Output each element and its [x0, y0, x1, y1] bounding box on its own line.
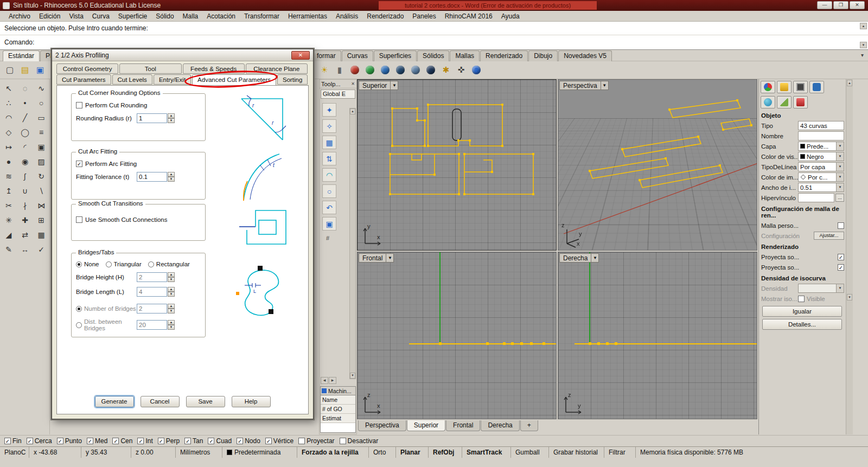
- spinner-down-icon[interactable]: ▼: [168, 325, 175, 330]
- detalles-button[interactable]: Detalles...: [762, 319, 842, 330]
- render-sphere-icon[interactable]: [363, 63, 377, 77]
- osnap-checkbox[interactable]: [137, 438, 144, 444]
- perform-cut-rounding-checkbox[interactable]: [76, 102, 82, 108]
- menu-item[interactable]: Acotación: [202, 11, 240, 21]
- point-tool-icon[interactable]: •: [17, 95, 33, 110]
- lock-icon[interactable]: ▮: [333, 63, 347, 77]
- shaded-sphere-icon[interactable]: [378, 63, 392, 77]
- select-tool-icon[interactable]: ↖: [1, 81, 17, 95]
- dimension-tool-icon[interactable]: ↔: [17, 242, 33, 257]
- dialog-tab[interactable]: Clearance Plane: [246, 63, 308, 74]
- spinner-down-icon[interactable]: ▼: [168, 292, 175, 297]
- osnap-checkbox[interactable]: [184, 438, 191, 444]
- circle-tool-icon[interactable]: ○: [33, 95, 49, 110]
- copy-tool-icon[interactable]: ⊞: [33, 213, 49, 227]
- lightbulb-icon[interactable]: ☀: [317, 63, 331, 77]
- open-file-icon[interactable]: ▤: [18, 63, 32, 77]
- split-tool-icon[interactable]: ∤: [17, 198, 33, 213]
- viewport-title[interactable]: Frontal: [359, 253, 386, 263]
- spinner-up-icon[interactable]: ▲: [168, 304, 175, 309]
- save-icon[interactable]: ▣: [33, 63, 47, 77]
- sphere-tool-icon[interactable]: ●: [1, 154, 17, 169]
- dialog-tab[interactable]: Entry/Exit: [154, 74, 191, 85]
- edit-point-tool-icon[interactable]: ✎: [1, 242, 17, 257]
- scroll-right-icon[interactable]: ▶: [329, 377, 336, 384]
- curve-machining-icon[interactable]: ◠: [322, 168, 336, 182]
- bridge-type-radio[interactable]: Rectangular: [148, 261, 190, 267]
- gear-plus-icon[interactable]: ✱: [439, 63, 453, 77]
- toolbar-tab[interactable]: Sólidos: [417, 50, 449, 61]
- ellipsis-button[interactable]: ...: [835, 194, 844, 202]
- spinner-up-icon[interactable]: ▲: [168, 287, 175, 292]
- osnap-checkbox[interactable]: [237, 438, 243, 444]
- number-of-bridges-input[interactable]: 2: [137, 304, 167, 314]
- color-dropdown[interactable]: Negro▼: [798, 152, 844, 161]
- status-segment[interactable]: PlanoC: [0, 447, 29, 458]
- viewport-title[interactable]: Superior: [359, 81, 391, 90]
- status-segment[interactable]: Filtrar: [604, 447, 636, 458]
- viewport-tab[interactable]: Superior: [407, 420, 445, 431]
- status-segment[interactable]: Planar: [396, 447, 429, 458]
- tab-overflow-icon[interactable]: ▾: [861, 52, 864, 58]
- scroll-up-icon[interactable]: ▲: [860, 23, 867, 29]
- spinner-up-icon[interactable]: ▲: [168, 320, 175, 325]
- trim-tool-icon[interactable]: ✂: [1, 198, 17, 213]
- status-segment[interactable]: x -43.68: [29, 447, 81, 458]
- ellipse-tool-icon[interactable]: ◯: [17, 125, 33, 139]
- xray-sphere-icon[interactable]: [409, 63, 423, 77]
- help-icon[interactable]: ?: [469, 63, 483, 77]
- polygon-tool-icon[interactable]: ◇: [1, 125, 17, 139]
- control-point-curve-tool-icon[interactable]: ∿: [33, 81, 49, 95]
- wireframe-sphere-icon[interactable]: [424, 63, 438, 77]
- dropdown-icon[interactable]: ▼: [836, 152, 844, 161]
- close-button[interactable]: ✕: [291, 51, 310, 60]
- minimize-button[interactable]: —: [817, 1, 832, 9]
- chevron-down-icon[interactable]: ▼: [391, 81, 398, 90]
- lasso-select-tool-icon[interactable]: ◌: [17, 81, 33, 95]
- explode-tool-icon[interactable]: ✳: [1, 213, 17, 227]
- hyperlink-input[interactable]: [798, 193, 834, 202]
- status-segment[interactable]: y 35.43: [81, 447, 131, 458]
- levels-icon[interactable]: ⇅: [322, 152, 336, 165]
- menu-item[interactable]: Paneles: [408, 11, 440, 21]
- bridge-height-input[interactable]: 2: [137, 272, 167, 282]
- global-edit-tab[interactable]: Global E: [321, 89, 355, 99]
- radio-icon[interactable]: [76, 261, 82, 267]
- bridge-type-radio[interactable]: Triangular: [106, 261, 142, 267]
- nombre-input[interactable]: [798, 131, 844, 140]
- toolbar-tab[interactable]: Curvas: [342, 50, 373, 61]
- extend-tool-icon[interactable]: ↦: [1, 139, 17, 154]
- menu-item[interactable]: Ayuda: [497, 11, 524, 21]
- menu-item[interactable]: Edición: [35, 11, 65, 21]
- spinner-down-icon[interactable]: ▼: [168, 309, 175, 314]
- ghosted-sphere-icon[interactable]: [393, 63, 407, 77]
- status-segment[interactable]: Predeterminada: [222, 447, 297, 458]
- radio-icon[interactable]: [106, 261, 112, 267]
- dist-between-bridges-input[interactable]: 20: [137, 320, 167, 330]
- dialog-tab[interactable]: Sorting: [277, 74, 308, 85]
- viewport-frontal[interactable]: Frontal ▼ z x: [357, 252, 557, 419]
- dropdown-icon[interactable]: ▼: [836, 142, 844, 150]
- osnap-checkbox[interactable]: [87, 438, 93, 444]
- box-tool-icon[interactable]: ▣: [33, 139, 49, 154]
- number-of-bridges-radio[interactable]: [76, 306, 82, 312]
- bridge-length-input[interactable]: 4: [137, 287, 167, 297]
- loft-tool-icon[interactable]: ≋: [1, 169, 17, 183]
- revolve-tool-icon[interactable]: ↻: [33, 169, 49, 183]
- sweep-tool-icon[interactable]: ∫: [17, 169, 33, 183]
- join-tool-icon[interactable]: ⋈: [33, 198, 49, 213]
- smooth-connections-checkbox[interactable]: [76, 216, 82, 223]
- status-segment[interactable]: Memoria física disponible: 5776 MB: [636, 447, 868, 458]
- machining-column-header[interactable]: # of GO: [321, 405, 355, 414]
- surface-tool-icon[interactable]: ▨: [33, 154, 49, 169]
- panel-scrollbar[interactable]: ▲ ▼: [846, 79, 853, 434]
- dropdown-icon[interactable]: ▼: [836, 173, 844, 181]
- spinner-up-icon[interactable]: ▲: [168, 172, 175, 177]
- extrude-tool-icon[interactable]: ↥: [1, 183, 17, 198]
- stock-grid-icon[interactable]: ▦: [322, 136, 336, 149]
- visible-checkbox[interactable]: [798, 296, 805, 302]
- bridge-type-radio[interactable]: None: [76, 261, 99, 267]
- status-segment[interactable]: z 0.00: [131, 447, 176, 458]
- menu-item[interactable]: Superficie: [114, 11, 151, 21]
- arc-tool-icon[interactable]: ◠: [1, 110, 17, 125]
